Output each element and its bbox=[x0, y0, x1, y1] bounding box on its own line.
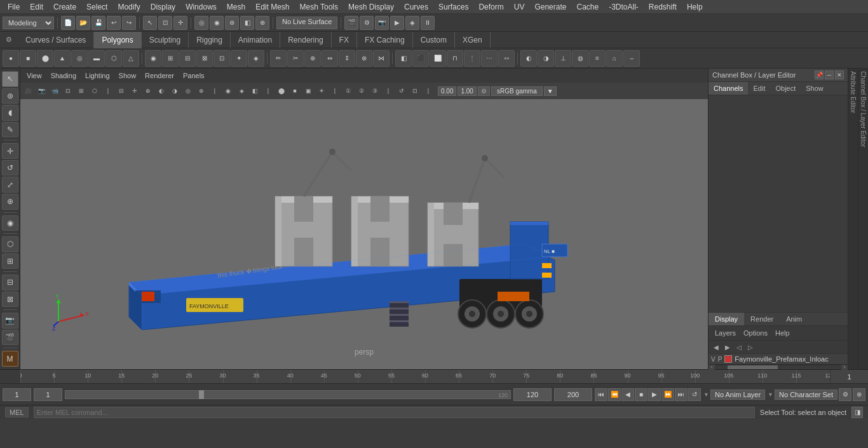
vp-gamma-dropdown[interactable]: ▼ bbox=[544, 86, 557, 96]
channel-box-close-btn[interactable]: ✕ bbox=[835, 71, 844, 79]
target-weld-icon-btn[interactable]: ⊗ bbox=[356, 50, 372, 67]
menu-cache[interactable]: Cache bbox=[571, 1, 604, 13]
vp-xray-icon[interactable]: ◧ bbox=[248, 85, 261, 97]
scroll-left-btn[interactable]: ‹ bbox=[709, 365, 715, 370]
vp-snap-icon[interactable]: ⊡ bbox=[409, 85, 421, 97]
mel-language-label[interactable]: MEL bbox=[5, 407, 29, 417]
tab-fx-caching[interactable]: FX Caching bbox=[357, 32, 413, 48]
tab-rigging[interactable]: Rigging bbox=[189, 32, 231, 48]
vp-loop-icon[interactable]: ↺ bbox=[395, 85, 408, 97]
tab-rendering[interactable]: Rendering bbox=[280, 32, 331, 48]
vp-ao-icon[interactable]: ◑ bbox=[168, 85, 181, 97]
soft-mod-btn[interactable]: ◉ bbox=[2, 215, 18, 231]
snap-grid-btn[interactable]: ⊟ bbox=[2, 275, 18, 290]
sphere-icon-btn[interactable]: ● bbox=[3, 50, 19, 67]
camera-btn[interactable]: 📷 bbox=[2, 313, 18, 329]
render-btn[interactable]: 🎬 bbox=[344, 16, 358, 30]
menu-edit[interactable]: Edit bbox=[25, 1, 48, 13]
range-end-display[interactable] bbox=[513, 388, 552, 401]
tab-xgen[interactable]: XGen bbox=[455, 32, 491, 48]
ch-tab-show[interactable]: Show bbox=[801, 82, 829, 95]
poly-brush-left-btn[interactable]: ✎ bbox=[2, 122, 18, 138]
weld-icon-btn[interactable]: ⋈ bbox=[373, 50, 390, 67]
layer-color-swatch[interactable] bbox=[724, 355, 732, 363]
vp-solid-icon[interactable]: ■ bbox=[288, 85, 301, 97]
display-tab-anim[interactable]: Anim bbox=[780, 313, 808, 325]
separate-icon-btn[interactable]: ⋮ bbox=[464, 50, 480, 67]
step-fwd-btn[interactable]: ⏩ bbox=[661, 388, 674, 401]
anim-layer-dropdown-btn[interactable]: ▼ bbox=[703, 391, 709, 398]
skip-to-end-btn[interactable]: ⏭ bbox=[675, 388, 688, 401]
open-scene-btn[interactable]: 📂 bbox=[76, 16, 90, 30]
move-left-btn[interactable]: ✛ bbox=[2, 143, 18, 159]
keep-faces-icon-btn[interactable]: ◑ bbox=[538, 50, 554, 67]
vp-hud-icon[interactable]: ⊕ bbox=[142, 85, 154, 97]
channel-box-pin-btn[interactable]: 📌 bbox=[815, 71, 824, 79]
extrude-icon-btn[interactable]: ⊞ bbox=[162, 50, 179, 67]
vp-wire-icon[interactable]: ⬡ bbox=[88, 85, 101, 97]
offset-edge-icon-btn[interactable]: ⇕ bbox=[339, 50, 355, 67]
poke-icon-btn[interactable]: ✦ bbox=[231, 50, 247, 67]
vp-tag-icon[interactable]: ⊞ bbox=[75, 85, 88, 97]
skip-to-start-btn[interactable]: ⏮ bbox=[595, 388, 607, 401]
tab-polygons[interactable]: Polygons bbox=[94, 32, 141, 48]
viewport-lighting-menu[interactable]: Lighting bbox=[81, 71, 114, 81]
wedge-icon-btn[interactable]: ◈ bbox=[248, 50, 264, 67]
vp-cam-icon[interactable]: 🎥 bbox=[22, 85, 34, 97]
cylinder-icon-btn[interactable]: ⬤ bbox=[37, 50, 53, 67]
smooth-icon-btn[interactable]: ◉ bbox=[145, 50, 161, 67]
play-fwd-btn[interactable]: ▶ bbox=[648, 388, 661, 401]
menu-deform[interactable]: Deform bbox=[473, 1, 508, 13]
scale-left-btn[interactable]: ⤢ bbox=[2, 177, 18, 193]
char-set-icon-btn[interactable]: ⚙ bbox=[839, 388, 851, 401]
crease-icon-btn[interactable]: ⌂ bbox=[606, 50, 623, 67]
flip-triangulate-icon-btn[interactable]: ◧ bbox=[395, 50, 412, 67]
tab-custom[interactable]: Custom bbox=[413, 32, 455, 48]
mirror-icon-btn[interactable]: ⇿ bbox=[498, 50, 515, 67]
char-set-icon2-btn[interactable]: ⊕ bbox=[853, 388, 865, 401]
menu-edit-mesh[interactable]: Edit Mesh bbox=[250, 1, 294, 13]
display-tab-display[interactable]: Display bbox=[709, 313, 744, 325]
paint-select-btn[interactable]: ◉ bbox=[210, 16, 224, 30]
menu-generate[interactable]: Generate bbox=[529, 1, 571, 13]
tab-settings-icon[interactable]: ⚙ bbox=[3, 34, 15, 46]
channel-box-minimize-btn[interactable]: ─ bbox=[825, 71, 834, 79]
show-manip-btn[interactable]: ⊞ bbox=[2, 254, 18, 269]
layers-options-tab[interactable]: Options bbox=[741, 328, 770, 338]
new-scene-btn[interactable]: 📄 bbox=[61, 16, 75, 30]
platonic-icon-btn[interactable]: ⬡ bbox=[105, 50, 122, 67]
viewport-renderer-menu[interactable]: Renderer bbox=[141, 71, 178, 81]
snap-curve-btn[interactable]: ⊠ bbox=[2, 292, 18, 308]
paint-sel-left-btn[interactable]: ⊛ bbox=[2, 88, 18, 104]
vp-motion-icon[interactable]: ◎ bbox=[182, 85, 194, 97]
stop-btn[interactable]: ■ bbox=[635, 388, 648, 401]
slide-edge-icon-btn[interactable]: ⇔ bbox=[322, 50, 338, 67]
rotate-left-btn[interactable]: ↺ bbox=[2, 160, 18, 176]
channel-box-side-label[interactable]: Channel Box / Layer Editor bbox=[858, 69, 868, 369]
cone-icon-btn[interactable]: ▲ bbox=[54, 50, 71, 67]
cube-icon-btn[interactable]: ■ bbox=[20, 50, 36, 67]
transform-btn[interactable]: ✛ bbox=[173, 16, 187, 30]
layer-next-btn[interactable]: ▶ bbox=[722, 342, 733, 352]
ch-tab-edit[interactable]: Edit bbox=[748, 82, 770, 95]
torus-icon-btn[interactable]: ◎ bbox=[71, 50, 88, 67]
soft-select-btn[interactable]: ⊛ bbox=[225, 16, 239, 30]
pyramid-icon-btn[interactable]: △ bbox=[123, 50, 139, 67]
layer-next2-btn[interactable]: ▷ bbox=[745, 342, 756, 352]
pen-icon-btn[interactable]: ✏ bbox=[270, 50, 287, 67]
render-seq-btn[interactable]: ▶ bbox=[390, 16, 404, 30]
attribute-editor-label[interactable]: Attribute Editor bbox=[848, 69, 858, 369]
render-left-btn[interactable]: 🎬 bbox=[2, 330, 18, 346]
append-poly-icon-btn[interactable]: ⊡ bbox=[214, 50, 230, 67]
plane-icon-btn[interactable]: ▬ bbox=[88, 50, 105, 67]
frame-slider[interactable]: 120 bbox=[65, 390, 511, 399]
layers-help-tab[interactable]: Help bbox=[773, 328, 792, 338]
script-editor-btn[interactable]: ◨ bbox=[851, 407, 863, 418]
viewport-shading-menu[interactable]: Shading bbox=[47, 71, 80, 81]
vp-cam2-icon[interactable]: 📷 bbox=[35, 85, 48, 97]
vp-axes-icon[interactable]: ✛ bbox=[128, 85, 141, 97]
menu-file[interactable]: File bbox=[3, 1, 25, 13]
vp-grid-icon[interactable]: ⊟ bbox=[115, 85, 128, 97]
play-back-btn[interactable]: ◀ bbox=[621, 388, 634, 401]
vp-val2[interactable]: 1.00 bbox=[458, 86, 476, 96]
